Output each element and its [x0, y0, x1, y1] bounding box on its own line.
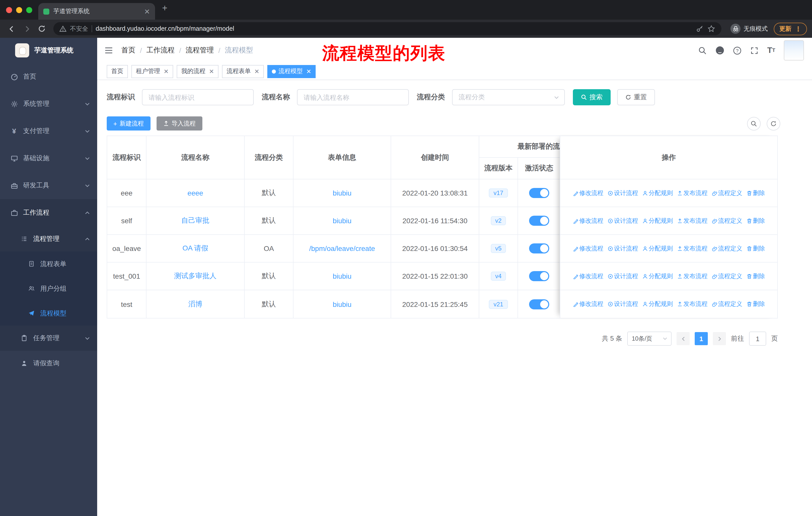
form-info-link[interactable]: biubiu — [333, 300, 352, 308]
assign-rule-link[interactable]: 分配规则 — [642, 300, 673, 308]
process-definition-link[interactable]: 流程定义 — [712, 216, 742, 225]
security-label[interactable]: 不安全 — [70, 24, 88, 33]
process-name-link[interactable]: 自己审批 — [181, 216, 209, 225]
password-key-icon[interactable] — [696, 25, 704, 33]
form-info-link[interactable]: biubiu — [333, 189, 352, 197]
publish-process-link[interactable]: 发布流程 — [677, 216, 707, 225]
page-size-select[interactable]: 10条/页 — [627, 332, 671, 346]
window-close-button[interactable] — [6, 7, 12, 13]
edit-process-link[interactable]: 修改流程 — [573, 244, 603, 253]
tab-close-icon[interactable]: ✕ — [144, 8, 150, 15]
tag-process-form[interactable]: 流程表单 ✕ — [222, 65, 264, 78]
next-page-button[interactable] — [713, 332, 726, 345]
github-icon[interactable] — [715, 46, 724, 55]
process-name-link[interactable]: 测试多审批人 — [174, 272, 216, 281]
browser-tab[interactable]: 芋道管理系统 ✕ — [38, 3, 155, 20]
window-zoom-button[interactable] — [26, 7, 32, 13]
version-badge[interactable]: v2 — [491, 216, 506, 225]
browser-menu-icon[interactable]: ⋮ — [795, 25, 802, 32]
close-icon[interactable]: ✕ — [209, 68, 214, 74]
window-minimize-button[interactable] — [16, 7, 22, 13]
prev-page-button[interactable] — [676, 332, 690, 345]
sidebar-item-leave-query[interactable]: 请假查询 — [0, 351, 97, 376]
close-icon[interactable]: ✕ — [164, 68, 169, 74]
process-name-link[interactable]: OA 请假 — [182, 244, 208, 253]
breadcrumb-item[interactable]: 流程管理 — [186, 46, 214, 55]
delete-link[interactable]: 删除 — [746, 216, 765, 225]
sidebar-item-process-management[interactable]: 流程管理 — [0, 226, 97, 251]
version-badge[interactable]: v4 — [491, 272, 506, 281]
refresh-button[interactable] — [767, 117, 780, 130]
form-info-link[interactable]: biubiu — [333, 217, 352, 225]
edit-process-link[interactable]: 修改流程 — [573, 272, 603, 280]
assign-rule-link[interactable]: 分配规则 — [642, 272, 673, 280]
app-logo[interactable]: 芋道管理系统 — [0, 38, 97, 63]
search-icon[interactable] — [698, 46, 707, 55]
version-badge[interactable]: v5 — [491, 244, 506, 253]
edit-process-link[interactable]: 修改流程 — [573, 216, 603, 225]
user-avatar[interactable] — [784, 40, 804, 60]
sidebar-item-task-management[interactable]: 任务管理 — [0, 326, 97, 351]
delete-link[interactable]: 删除 — [746, 244, 765, 253]
sidebar-item-process-form[interactable]: 流程表单 — [0, 251, 97, 276]
design-process-link[interactable]: 设计流程 — [607, 272, 638, 280]
active-toggle[interactable] — [529, 216, 549, 226]
publish-process-link[interactable]: 发布流程 — [677, 300, 707, 308]
tag-my-process[interactable]: 我的流程 ✕ — [177, 65, 219, 78]
sidebar-item-system[interactable]: 系统管理 — [0, 90, 97, 117]
bookmark-star-icon[interactable] — [707, 25, 715, 33]
font-size-icon[interactable]: TT — [767, 46, 775, 54]
breadcrumb-item[interactable]: 工作流程 — [146, 46, 175, 55]
sidebar-collapse-icon[interactable] — [104, 46, 113, 55]
create-process-button[interactable]: + 新建流程 — [107, 116, 150, 131]
design-process-link[interactable]: 设计流程 — [607, 244, 638, 253]
delete-link[interactable]: 删除 — [746, 272, 765, 280]
assign-rule-link[interactable]: 分配规则 — [642, 216, 673, 225]
close-icon[interactable]: ✕ — [306, 68, 311, 74]
show-search-toggle-button[interactable] — [747, 117, 761, 130]
update-button[interactable]: 更新 ⋮ — [774, 22, 807, 35]
process-id-input[interactable] — [142, 89, 254, 105]
design-process-link[interactable]: 设计流程 — [607, 189, 638, 197]
close-icon[interactable]: ✕ — [254, 68, 259, 74]
sidebar-item-process-model[interactable]: 流程模型 — [0, 301, 97, 326]
design-process-link[interactable]: 设计流程 — [607, 300, 638, 308]
import-process-button[interactable]: 导入流程 — [156, 116, 202, 131]
delete-link[interactable]: 删除 — [746, 300, 765, 308]
publish-process-link[interactable]: 发布流程 — [677, 189, 707, 197]
design-process-link[interactable]: 设计流程 — [607, 216, 638, 225]
breadcrumb-item[interactable]: 首页 — [121, 46, 136, 55]
reload-button[interactable] — [35, 22, 48, 35]
active-toggle[interactable] — [529, 271, 549, 281]
process-name-input[interactable] — [297, 89, 409, 105]
process-name-link[interactable]: eeee — [187, 189, 203, 197]
help-icon[interactable]: ? — [733, 46, 742, 55]
form-info-link[interactable]: biubiu — [333, 272, 352, 280]
sidebar-item-infrastructure[interactable]: 基础设施 — [0, 145, 97, 172]
process-definition-link[interactable]: 流程定义 — [712, 300, 742, 308]
active-toggle[interactable] — [529, 188, 549, 198]
tag-tenant[interactable]: 租户管理 ✕ — [132, 65, 173, 78]
sidebar-item-devtools[interactable]: 研发工具 — [0, 172, 97, 199]
new-tab-button[interactable]: + — [162, 3, 167, 13]
page-number-button[interactable]: 1 — [695, 332, 708, 345]
version-badge[interactable]: v17 — [489, 188, 508, 197]
edit-process-link[interactable]: 修改流程 — [573, 189, 603, 197]
assign-rule-link[interactable]: 分配规则 — [642, 189, 673, 197]
process-definition-link[interactable]: 流程定义 — [712, 189, 742, 197]
sidebar-item-payment[interactable]: ¥ 支付管理 — [0, 117, 97, 145]
publish-process-link[interactable]: 发布流程 — [677, 244, 707, 253]
search-button[interactable]: 搜索 — [573, 89, 611, 105]
assign-rule-link[interactable]: 分配规则 — [642, 244, 673, 253]
version-badge[interactable]: v21 — [489, 300, 508, 309]
goto-page-input[interactable] — [749, 332, 766, 346]
category-select[interactable]: 流程分类 — [452, 89, 565, 105]
form-info-link[interactable]: /bpm/oa/leave/create — [309, 244, 375, 252]
reset-button[interactable]: 重置 — [617, 89, 655, 105]
active-toggle[interactable] — [529, 243, 549, 253]
tag-home[interactable]: 首页 — [107, 65, 128, 78]
sidebar-item-user-group[interactable]: 用户分组 — [0, 276, 97, 301]
forward-button[interactable] — [20, 22, 33, 35]
fullscreen-icon[interactable] — [750, 46, 759, 55]
sidebar-item-home[interactable]: 首页 — [0, 63, 97, 90]
